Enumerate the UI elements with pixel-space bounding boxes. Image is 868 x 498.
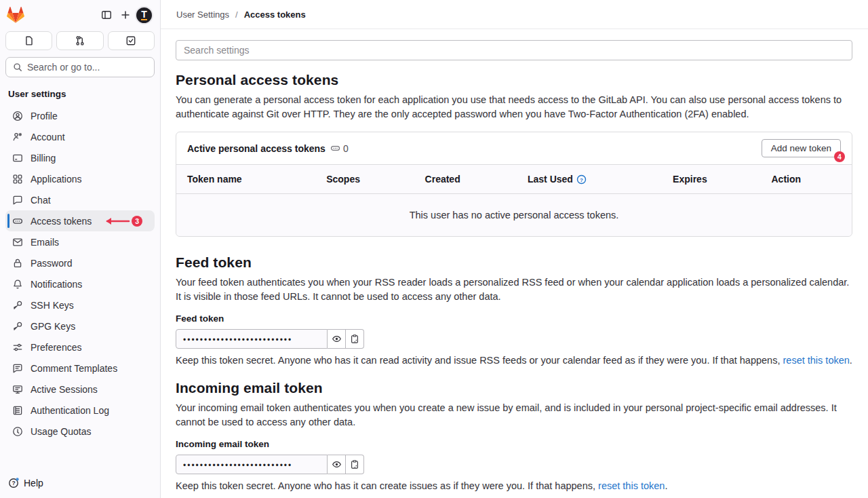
account-icon [12, 132, 23, 142]
sidebar-item-preferences[interactable]: Preferences [5, 337, 155, 358]
sidebar-item-access-tokens[interactable]: Access tokens 3 [5, 210, 155, 231]
annotation-arrow-3: 3 [102, 216, 142, 227]
sidebar-toggle-icon[interactable] [97, 5, 116, 24]
question-help-icon[interactable]: ? [576, 174, 587, 185]
feed-token-note: Keep this token secret. Anyone who has i… [176, 355, 852, 366]
copy-icon [350, 334, 359, 344]
email-icon [12, 237, 23, 248]
main-content: User Settings / Access tokens Personal a… [161, 0, 868, 498]
empty-state-text: This user has no active personal access … [176, 194, 852, 237]
breadcrumb-access-tokens: Access tokens [244, 9, 306, 20]
reveal-feed-token-button[interactable] [328, 329, 346, 349]
add-new-token-button[interactable]: Add new token 4 [762, 139, 841, 157]
search-icon [13, 62, 22, 72]
copy-incoming-token-button[interactable] [346, 455, 364, 474]
sidebar-item-usage-quotas[interactable]: Usage Quotas [5, 421, 155, 442]
svg-text:?: ? [12, 480, 15, 486]
issues-icon [24, 35, 35, 46]
super-sidebar: T Search or go to... Use [0, 0, 161, 498]
todo-shortcut-button[interactable] [108, 31, 155, 50]
billing-icon [12, 153, 23, 164]
col-expires: Expires [662, 165, 760, 194]
sidebar-item-applications[interactable]: Applications [5, 168, 155, 189]
sidebar-item-billing[interactable]: Billing [5, 147, 155, 168]
log-icon [12, 405, 23, 416]
personal-access-tokens-description: You can generate a personal access token… [176, 93, 852, 121]
red-arrow-icon [102, 216, 130, 226]
sidebar-item-gpg-keys[interactable]: GPG Keys [5, 315, 155, 337]
personal-access-tokens-heading: Personal access tokens [176, 72, 852, 88]
sidebar-item-ssh-keys[interactable]: SSH Keys [5, 294, 155, 315]
search-or-go-to-input[interactable]: Search or go to... [5, 57, 155, 77]
issues-shortcut-button[interactable] [5, 31, 52, 50]
create-new-icon[interactable] [116, 5, 135, 24]
sidebar-item-notifications[interactable]: Notifications [5, 273, 155, 294]
feed-token-field[interactable]: •••••••••••••••••••••••••• [176, 329, 328, 349]
key-icon [12, 321, 23, 332]
copy-icon [350, 459, 359, 470]
profile-icon [12, 111, 23, 121]
key-icon [12, 300, 23, 311]
reveal-incoming-token-button[interactable] [328, 455, 346, 474]
tokens-table: Token name Scopes Created Last Used ? [176, 164, 852, 236]
search-placeholder-text: Search or go to... [27, 62, 100, 73]
eye-icon [332, 459, 342, 470]
breadcrumb-separator: / [235, 9, 238, 20]
quota-gauge-icon [12, 426, 23, 437]
token-icon [12, 216, 23, 227]
chat-icon [12, 195, 23, 206]
lock-icon [12, 258, 23, 269]
incoming-email-token-description: Your incoming email token authenticates … [176, 401, 852, 429]
breadcrumb: User Settings / Access tokens [161, 0, 868, 29]
col-last-used: Last Used ? [517, 165, 662, 194]
merge-requests-shortcut-button[interactable] [56, 31, 103, 50]
applications-icon [12, 174, 23, 185]
help-button[interactable]: ? Help [8, 477, 152, 489]
copy-feed-token-button[interactable] [346, 329, 364, 349]
sidebar-item-authentication-log[interactable]: Authentication Log [5, 400, 155, 421]
reset-incoming-token-link[interactable]: reset this token [598, 480, 665, 491]
avatar[interactable]: T [135, 6, 153, 24]
active-tokens-title: Active personal access tokens 0 [187, 143, 349, 154]
feed-token-group: •••••••••••••••••••••••••• [176, 329, 364, 349]
monitor-icon [12, 384, 23, 395]
svg-text:?: ? [580, 176, 583, 183]
sidebar-section-label: User settings [0, 77, 160, 105]
annotation-badge: 3 [132, 216, 142, 227]
col-action: Action [761, 165, 852, 194]
col-created: Created [414, 165, 517, 194]
incoming-email-token-heading: Incoming email token [176, 380, 852, 396]
reset-feed-token-link[interactable]: reset this token [783, 355, 850, 366]
sidebar-item-password[interactable]: Password [5, 252, 155, 273]
todo-check-icon [125, 35, 136, 46]
sliders-icon [12, 342, 23, 353]
settings-search-input[interactable] [176, 40, 852, 60]
incoming-token-group: •••••••••••••••••••••••••• [176, 455, 364, 474]
incoming-token-note: Keep this token secret. Anyone who has i… [176, 480, 852, 491]
token-count-icon [330, 143, 340, 153]
feed-token-heading: Feed token [176, 254, 852, 271]
comment-template-icon [12, 363, 23, 374]
col-token-name: Token name [176, 165, 315, 194]
feed-token-description: Your feed token authenticates you when y… [176, 275, 852, 303]
bell-icon [12, 279, 23, 290]
sidebar-item-active-sessions[interactable]: Active Sessions [5, 379, 155, 400]
active-tokens-count: 0 [343, 143, 349, 154]
breadcrumb-user-settings[interactable]: User Settings [176, 9, 229, 20]
sidebar-item-profile[interactable]: Profile [5, 105, 155, 126]
sidebar-nav: Profile Account Billing [0, 105, 160, 469]
gitlab-logo-icon[interactable] [7, 6, 24, 24]
sidebar-item-chat[interactable]: Chat [5, 189, 155, 210]
incoming-token-field[interactable]: •••••••••••••••••••••••••• [176, 455, 328, 474]
sidebar-item-comment-templates[interactable]: Comment Templates [5, 358, 155, 379]
sidebar-item-emails[interactable]: Emails [5, 231, 155, 252]
active-tokens-card: Active personal access tokens 0 Add new … [176, 132, 852, 237]
feed-token-label: Feed token [176, 313, 852, 324]
help-icon: ? [8, 477, 20, 489]
incoming-email-token-label: Incoming email token [176, 439, 852, 449]
annotation-badge-4: 4 [834, 151, 845, 162]
merge-request-icon [75, 35, 85, 46]
eye-icon [332, 334, 342, 344]
col-scopes: Scopes [315, 165, 414, 194]
sidebar-item-account[interactable]: Account [5, 126, 155, 147]
